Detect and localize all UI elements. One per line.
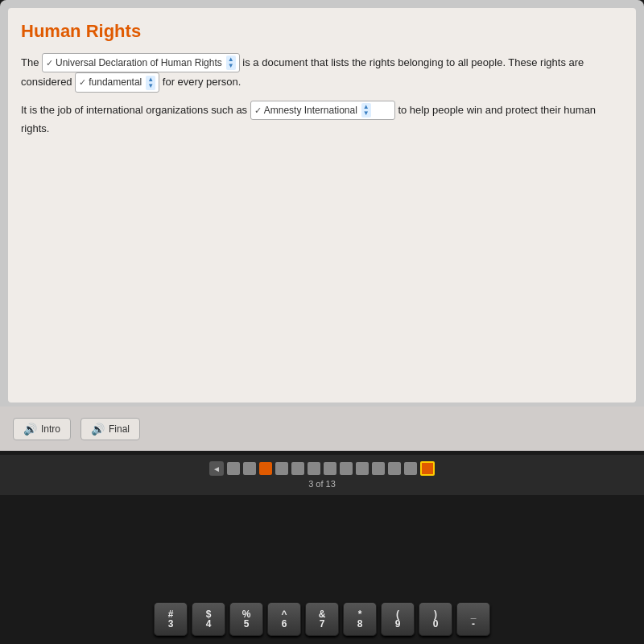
dropdown3-label: Amnesty International	[264, 102, 357, 118]
dot-10[interactable]	[372, 462, 385, 475]
dots-row: ◄	[209, 461, 435, 476]
dot-11[interactable]	[388, 462, 401, 475]
dropdown2-arrow[interactable]: ▲▼	[146, 76, 155, 90]
nav-dots-area: ◄ 3 of 13	[0, 455, 644, 495]
content-area: Human Rights The ✓ Universal Declaration…	[8, 8, 636, 402]
final-audio-icon: 🔊	[91, 423, 105, 436]
dot-cursor[interactable]	[420, 461, 435, 476]
final-label: Final	[109, 423, 130, 435]
key-3[interactable]: # 3	[154, 602, 188, 636]
paragraph-1: The ✓ Universal Declaration of Human Rig…	[21, 53, 623, 93]
bottom-bar: 🔊 Intro 🔊 Final	[0, 407, 644, 451]
dot-1[interactable]	[227, 462, 240, 475]
key-7[interactable]: & 7	[305, 602, 339, 636]
final-button[interactable]: 🔊 Final	[80, 418, 140, 440]
paragraph-2: It is the job of international organizat…	[21, 101, 623, 138]
page-title: Human Rights	[21, 21, 623, 42]
dropdown1-check: ✓	[46, 56, 53, 71]
sentence2-start: It is the job of international organizat…	[21, 103, 247, 115]
dropdown1-arrow[interactable]: ▲▼	[226, 56, 236, 70]
dropdown3-check: ✓	[254, 103, 262, 118]
intro-button[interactable]: 🔊 Intro	[13, 418, 71, 440]
dot-2[interactable]	[243, 462, 256, 475]
page-counter: 3 of 13	[308, 479, 336, 489]
dropdown-3[interactable]: ✓ Amnesty International ▲▼	[250, 101, 395, 120]
dropdown1-label: Universal Declaration of Human Rights	[56, 55, 222, 71]
dot-6[interactable]	[308, 462, 320, 475]
dropdown3-arrow[interactable]: ▲▼	[361, 103, 371, 118]
dot-8[interactable]	[340, 462, 353, 475]
dot-3-active[interactable]	[259, 462, 272, 475]
keyboard-area: # 3 $ 4 % 5 ^ 6 & 7 * 8 ( 9 ) 0	[0, 495, 644, 644]
key-4[interactable]: $ 4	[192, 602, 225, 636]
key-8[interactable]: * 8	[343, 602, 377, 636]
key-dash[interactable]: _ -	[456, 602, 490, 636]
key-6[interactable]: ^ 6	[267, 602, 301, 636]
dropdown-1[interactable]: ✓ Universal Declaration of Human Rights …	[42, 53, 240, 72]
dropdown2-label: fundamental	[89, 74, 142, 90]
intro-label: Intro	[41, 423, 60, 435]
dot-5[interactable]	[291, 462, 304, 475]
key-0[interactable]: ) 0	[419, 602, 452, 636]
key-5[interactable]: % 5	[229, 602, 263, 636]
dropdown2-check: ✓	[79, 75, 86, 90]
dot-12[interactable]	[404, 462, 417, 475]
intro-audio-icon: 🔊	[23, 423, 37, 436]
dot-9[interactable]	[356, 462, 369, 475]
dot-4[interactable]	[275, 462, 288, 475]
key-9[interactable]: ( 9	[381, 602, 415, 636]
key-row-numbers: # 3 $ 4 % 5 ^ 6 & 7 * 8 ( 9 ) 0	[154, 602, 490, 636]
sentence1-final: for every person.	[163, 76, 242, 88]
nav-left-arrow[interactable]: ◄	[209, 461, 224, 476]
sentence1-start: The	[21, 56, 39, 68]
screen: Human Rights The ✓ Universal Declaration…	[0, 0, 644, 451]
dropdown-2[interactable]: ✓ fundamental ▲▼	[75, 72, 159, 92]
dot-7[interactable]	[324, 462, 336, 475]
